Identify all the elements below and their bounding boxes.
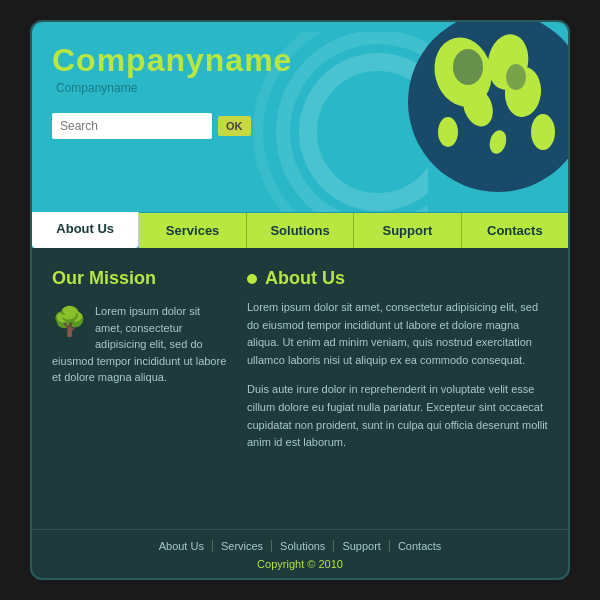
main-content: Our Mission 🌳 Lorem ipsum dolor sit amet… xyxy=(32,248,568,529)
about-paragraph-1: Lorem ipsum dolor sit amet, consectetur … xyxy=(247,299,548,369)
footer-copyright: Copyright © 2010 xyxy=(52,558,548,570)
footer: About Us Services Solutions Support Cont… xyxy=(32,529,568,578)
website-frame: Companyname Companyname OK About Us Serv… xyxy=(30,20,570,580)
company-name-bold: Company xyxy=(52,42,205,78)
footer-link-solutions[interactable]: Solutions xyxy=(272,540,334,552)
footer-nav: About Us Services Solutions Support Cont… xyxy=(52,540,548,552)
tree-icon: 🌳 xyxy=(52,305,87,338)
nav-item-contacts[interactable]: Contacts xyxy=(462,213,568,248)
nav-item-support[interactable]: Support xyxy=(354,213,461,248)
header-content: Companyname Companyname OK xyxy=(32,22,568,139)
company-name: Companyname xyxy=(52,42,548,79)
footer-link-services[interactable]: Services xyxy=(213,540,272,552)
header: Companyname Companyname OK xyxy=(32,22,568,212)
nav-item-services[interactable]: Services xyxy=(139,213,246,248)
about-header: About Us xyxy=(247,268,548,289)
nav-item-about[interactable]: About Us xyxy=(32,211,139,248)
footer-link-support[interactable]: Support xyxy=(334,540,390,552)
mission-title: Our Mission xyxy=(52,268,227,289)
left-panel: Our Mission 🌳 Lorem ipsum dolor sit amet… xyxy=(52,268,227,519)
footer-link-contacts[interactable]: Contacts xyxy=(390,540,449,552)
search-row: OK xyxy=(52,113,548,139)
company-tagline: Companyname xyxy=(56,81,548,95)
about-paragraph-2: Duis aute irure dolor in reprehenderit i… xyxy=(247,381,548,451)
nav-item-solutions[interactable]: Solutions xyxy=(247,213,354,248)
nav-bar: About Us Services Solutions Support Cont… xyxy=(32,212,568,248)
mission-body: 🌳 Lorem ipsum dolor sit amet, consectetu… xyxy=(52,303,227,386)
right-panel: About Us Lorem ipsum dolor sit amet, con… xyxy=(247,268,548,519)
about-dot xyxy=(247,274,257,284)
search-input[interactable] xyxy=(52,113,212,139)
about-title: About Us xyxy=(265,268,345,289)
search-button[interactable]: OK xyxy=(218,116,251,136)
footer-link-about[interactable]: About Us xyxy=(151,540,213,552)
company-name-light: name xyxy=(205,42,293,78)
